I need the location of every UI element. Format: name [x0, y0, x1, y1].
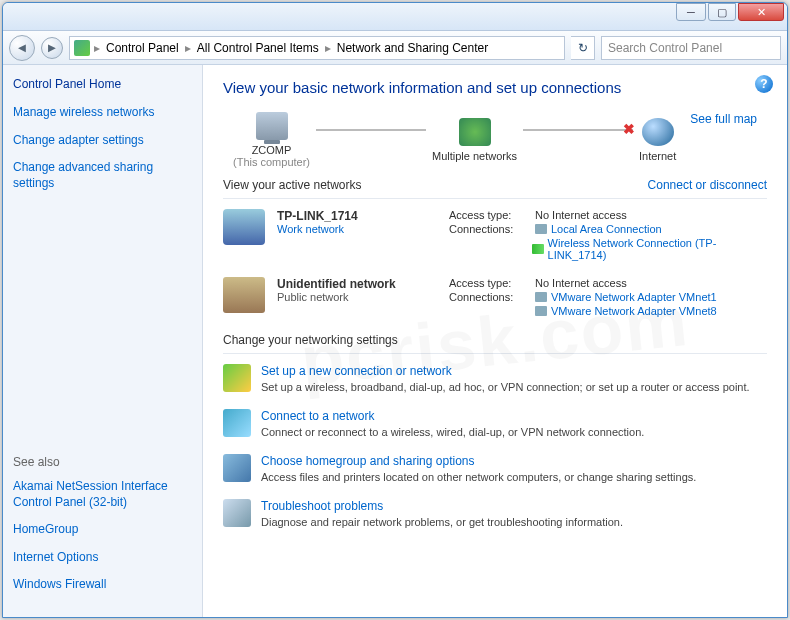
setting-title: Connect to a network	[261, 409, 644, 423]
refresh-button[interactable]: ↻	[571, 36, 595, 60]
setting-homegroup[interactable]: Choose homegroup and sharing optionsAcce…	[223, 454, 767, 485]
globe-icon	[642, 118, 674, 146]
map-node-this-pc[interactable]: ZCOMP (This computer)	[233, 112, 310, 168]
search-input[interactable]: Search Control Panel	[601, 36, 781, 60]
forward-button[interactable]: ►	[41, 37, 63, 59]
change-settings-header: Change your networking settings	[223, 333, 767, 347]
sidebar-home[interactable]: Control Panel Home	[13, 77, 192, 91]
setting-setup-connection[interactable]: Set up a new connection or networkSet up…	[223, 364, 767, 395]
access-type-value: No Internet access	[535, 277, 627, 289]
network-name: TP-LINK_1714	[277, 209, 437, 223]
map-node-sublabel: (This computer)	[233, 156, 310, 168]
main-panel: pcrisk.com ? View your basic network inf…	[203, 65, 787, 617]
titlebar: ─ ▢ ✕	[3, 3, 787, 31]
sidebar-link-wireless[interactable]: Manage wireless networks	[13, 105, 192, 121]
map-node-networks[interactable]: Multiple networks	[432, 118, 517, 162]
page-title: View your basic network information and …	[223, 79, 767, 96]
sidebar-link-adapter[interactable]: Change adapter settings	[13, 133, 192, 149]
setting-desc: Diagnose and repair network problems, or…	[261, 515, 623, 530]
ethernet-icon	[535, 306, 547, 316]
chevron-right-icon: ▸	[323, 41, 333, 55]
divider	[223, 198, 767, 199]
connection-link-wireless[interactable]: Wireless Network Connection (TP-LINK_171…	[532, 237, 767, 261]
network-block-1: TP-LINK_1714 Work network Access type:No…	[223, 209, 767, 263]
homegroup-icon	[223, 454, 251, 482]
breadcrumb-item[interactable]: All Control Panel Items	[195, 41, 321, 55]
setting-title: Set up a new connection or network	[261, 364, 750, 378]
minimize-button[interactable]: ─	[676, 3, 706, 21]
settings-list: Set up a new connection or networkSet up…	[223, 364, 767, 529]
network-name: Unidentified network	[277, 277, 437, 291]
setting-connect-network[interactable]: Connect to a networkConnect or reconnect…	[223, 409, 767, 440]
connect-network-icon	[223, 409, 251, 437]
map-node-internet[interactable]: Internet	[639, 118, 676, 162]
x-icon: ✖	[623, 121, 635, 137]
control-panel-icon	[74, 40, 90, 56]
seealso-windows-firewall[interactable]: Windows Firewall	[13, 577, 192, 593]
bench-icon	[223, 277, 265, 313]
setting-desc: Connect or reconnect to a wireless, wire…	[261, 425, 644, 440]
connection-link-vmnet1[interactable]: VMware Network Adapter VMnet1	[535, 291, 717, 303]
setting-title: Choose homegroup and sharing options	[261, 454, 696, 468]
help-icon[interactable]: ?	[755, 75, 773, 93]
ethernet-icon	[535, 292, 547, 302]
navbar: ◄ ► ▸ Control Panel ▸ All Control Panel …	[3, 31, 787, 65]
networks-icon	[459, 118, 491, 146]
access-type-label: Access type:	[449, 277, 535, 289]
sidebar-link-advanced[interactable]: Change advanced sharing settings	[13, 160, 192, 191]
map-node-label: ZCOMP	[233, 144, 310, 156]
divider	[223, 353, 767, 354]
chevron-right-icon: ▸	[183, 41, 193, 55]
map-connector-fail: ✖	[523, 129, 633, 131]
ethernet-icon	[535, 224, 547, 234]
active-networks-header: View your active networks Connect or dis…	[223, 178, 767, 192]
window: ─ ▢ ✕ ◄ ► ▸ Control Panel ▸ All Control …	[2, 2, 788, 618]
wifi-icon	[532, 244, 544, 254]
maximize-button[interactable]: ▢	[708, 3, 736, 21]
map-connector	[316, 129, 426, 131]
body: Control Panel Home Manage wireless netwo…	[3, 65, 787, 617]
back-button[interactable]: ◄	[9, 35, 35, 61]
map-node-label: Internet	[639, 150, 676, 162]
network-type-link[interactable]: Work network	[277, 223, 437, 235]
connection-link-vmnet8[interactable]: VMware Network Adapter VMnet8	[535, 305, 717, 317]
network-map: ZCOMP (This computer) Multiple networks …	[223, 112, 767, 168]
seealso-label: See also	[13, 455, 192, 469]
change-settings-label: Change your networking settings	[223, 333, 398, 347]
setting-desc: Access files and printers located on oth…	[261, 470, 696, 485]
network-block-2: Unidentified network Public network Acce…	[223, 277, 767, 319]
breadcrumb[interactable]: ▸ Control Panel ▸ All Control Panel Item…	[69, 36, 565, 60]
network-icon	[223, 209, 265, 245]
troubleshoot-icon	[223, 499, 251, 527]
search-placeholder: Search Control Panel	[608, 41, 722, 55]
network-type-link[interactable]: Public network	[277, 291, 437, 303]
seealso-akamai[interactable]: Akamai NetSession Interface Control Pane…	[13, 479, 192, 510]
setting-title: Troubleshoot problems	[261, 499, 623, 513]
breadcrumb-item[interactable]: Control Panel	[104, 41, 181, 55]
active-networks-label: View your active networks	[223, 178, 362, 192]
seealso-homegroup[interactable]: HomeGroup	[13, 522, 192, 538]
setup-connection-icon	[223, 364, 251, 392]
close-button[interactable]: ✕	[738, 3, 784, 21]
chevron-right-icon: ▸	[92, 41, 102, 55]
breadcrumb-item[interactable]: Network and Sharing Center	[335, 41, 490, 55]
connect-disconnect-link[interactable]: Connect or disconnect	[648, 178, 767, 192]
setting-troubleshoot[interactable]: Troubleshoot problemsDiagnose and repair…	[223, 499, 767, 530]
connection-link-lan[interactable]: Local Area Connection	[535, 223, 662, 235]
seealso-internet-options[interactable]: Internet Options	[13, 550, 192, 566]
map-node-label: Multiple networks	[432, 150, 517, 162]
connections-label: Connections:	[449, 223, 535, 235]
sidebar: Control Panel Home Manage wireless netwo…	[3, 65, 203, 617]
connections-label: Connections:	[449, 291, 535, 303]
see-full-map-link[interactable]: See full map	[690, 112, 757, 126]
access-type-value: No Internet access	[535, 209, 627, 221]
setting-desc: Set up a wireless, broadband, dial-up, a…	[261, 380, 750, 395]
access-type-label: Access type:	[449, 209, 535, 221]
computer-icon	[256, 112, 288, 140]
